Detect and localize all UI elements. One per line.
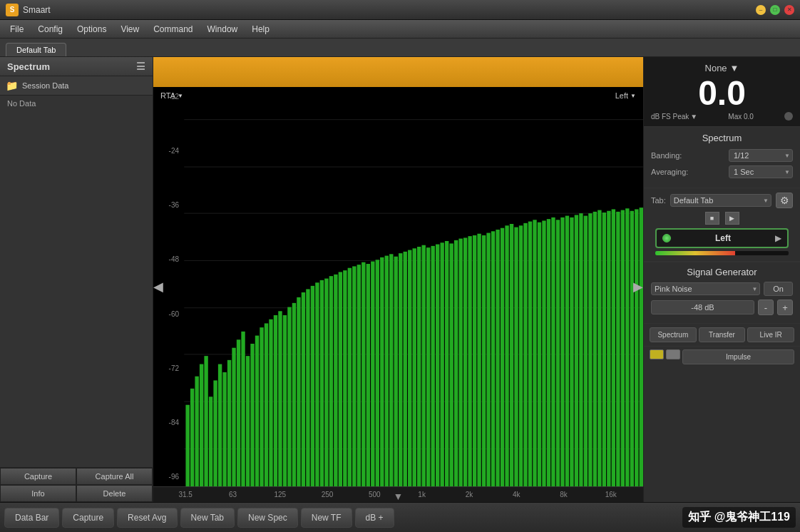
- mode-liveir-button[interactable]: Live IR: [747, 327, 794, 342]
- sig-type-select-wrap[interactable]: Pink Noise: [651, 282, 760, 295]
- capture-all-button[interactable]: Capture All: [76, 468, 153, 485]
- tab-default[interactable]: Default Tab: [6, 43, 66, 56]
- averaging-select-wrap[interactable]: 1 Sec: [729, 165, 793, 178]
- channel-label[interactable]: Left ▼: [615, 91, 636, 100]
- mode-spectrum-button[interactable]: Spectrum: [650, 327, 697, 342]
- left-panel: Spectrum ☰ 📁 Session Data No Data Captur…: [0, 57, 153, 502]
- banding-select[interactable]: 1/12: [729, 149, 793, 162]
- svg-rect-87: [551, 218, 555, 486]
- svg-rect-43: [348, 268, 352, 486]
- menu-help[interactable]: Help: [245, 23, 277, 36]
- level-display: None ▼ 0.0 dB FS Peak ▼ Max 0.0: [644, 57, 800, 127]
- reset-avg-button[interactable]: Reset Avg: [117, 508, 177, 528]
- close-button[interactable]: ✕: [784, 5, 794, 15]
- svg-rect-36: [315, 282, 319, 486]
- spectrum-section-title: Spectrum: [651, 133, 793, 143]
- db-plus-button[interactable]: +: [777, 300, 793, 315]
- delete-button[interactable]: Delete: [76, 485, 153, 502]
- spectrum-settings: Spectrum Banding: 1/12 Averaging: 1 Sec: [644, 127, 800, 188]
- level-indicator: [784, 112, 793, 121]
- maximize-button[interactable]: □: [770, 5, 780, 15]
- data-bar-button[interactable]: Data Bar: [4, 508, 59, 528]
- spectrum-title: Spectrum: [7, 61, 50, 72]
- impulse-button[interactable]: Impulse: [682, 349, 794, 364]
- mode-transfer-button[interactable]: Transfer: [699, 327, 746, 342]
- on-button[interactable]: On: [764, 282, 793, 296]
- svg-rect-63: [440, 242, 443, 486]
- db-plus-toolbar-button[interactable]: dB +: [355, 508, 394, 528]
- bottom-toolbar: Data Bar Capture Reset Avg New Tab New S…: [0, 502, 800, 532]
- new-tf-button[interactable]: New TF: [301, 508, 352, 528]
- svg-rect-92: [575, 215, 578, 486]
- channel-strip[interactable]: Left ▶: [655, 228, 789, 248]
- spectrum-menu-icon[interactable]: ☰: [136, 61, 145, 72]
- tab-select-row: Tab: Default Tab ⚙: [651, 193, 793, 208]
- menu-command[interactable]: Command: [146, 23, 200, 36]
- tab-select-label: Tab:: [651, 196, 666, 205]
- center-panel: RTA ▼ Left ▼ ◀ ▶ -12 -24 -36 -48 -60 -72…: [153, 57, 643, 502]
- svg-rect-73: [486, 233, 490, 486]
- scroll-down-arrow[interactable]: ▼: [394, 491, 404, 502]
- svg-rect-24: [260, 327, 263, 486]
- svg-rect-77: [505, 225, 508, 486]
- svg-rect-72: [482, 235, 486, 486]
- spectrum-view: RTA ▼ Left ▼ ◀ ▶ -12 -24 -36 -48 -60 -72…: [153, 87, 643, 486]
- menu-window[interactable]: Window: [200, 23, 245, 36]
- svg-rect-37: [320, 280, 324, 486]
- banding-select-wrap[interactable]: 1/12: [729, 149, 793, 162]
- level-dropdown[interactable]: None ▼: [651, 63, 793, 73]
- spectrum-header: Spectrum ☰: [0, 57, 153, 76]
- session-data-item[interactable]: 📁 Session Data: [0, 76, 153, 96]
- menu-options[interactable]: Options: [70, 23, 113, 36]
- svg-rect-28: [278, 311, 282, 486]
- tab-select[interactable]: Default Tab: [670, 194, 771, 207]
- channel-play-button[interactable]: ▶: [775, 233, 781, 243]
- stop-button[interactable]: ■: [705, 212, 719, 225]
- x-label-7: 4k: [493, 491, 540, 498]
- play-button[interactable]: ▶: [725, 212, 739, 225]
- info-delete-row: Info Delete: [0, 485, 153, 502]
- peak-label: dB FS Peak: [651, 113, 689, 121]
- averaging-select[interactable]: 1 Sec: [729, 165, 793, 178]
- rta-label[interactable]: RTA ▼: [160, 91, 183, 100]
- capture-toolbar-button[interactable]: Capture: [62, 508, 114, 528]
- svg-rect-65: [449, 243, 453, 486]
- menu-file[interactable]: File: [3, 23, 31, 36]
- svg-rect-71: [477, 234, 481, 486]
- svg-rect-33: [302, 292, 305, 486]
- menu-config[interactable]: Config: [31, 23, 70, 36]
- new-spec-button[interactable]: New Spec: [237, 508, 298, 528]
- peak-arrow: ▼: [690, 113, 697, 121]
- svg-rect-27: [274, 315, 277, 486]
- info-button[interactable]: Info: [0, 485, 76, 502]
- menu-view[interactable]: View: [113, 23, 146, 36]
- app-icon: S: [6, 4, 19, 16]
- scroll-right-arrow[interactable]: ▶: [633, 279, 643, 295]
- svg-rect-85: [542, 220, 545, 486]
- svg-rect-16: [222, 372, 226, 486]
- right-panel: None ▼ 0.0 dB FS Peak ▼ Max 0.0 Spectrum…: [643, 57, 800, 502]
- app-title: Smaart: [23, 5, 756, 15]
- svg-rect-62: [436, 245, 439, 486]
- new-tab-button[interactable]: New Tab: [180, 508, 235, 528]
- svg-rect-90: [565, 216, 569, 486]
- x-label-4: 500: [351, 491, 398, 498]
- x-label-5: 1k: [398, 491, 445, 498]
- y-label-7: -96: [156, 473, 179, 481]
- svg-rect-89: [560, 218, 564, 486]
- svg-rect-12: [204, 356, 207, 486]
- gear-button[interactable]: ⚙: [776, 193, 793, 208]
- minimize-button[interactable]: –: [756, 5, 766, 15]
- svg-rect-91: [570, 218, 573, 486]
- svg-rect-83: [533, 220, 536, 486]
- capture-button[interactable]: Capture: [0, 468, 76, 485]
- tab-section: Tab: Default Tab ⚙ ■ ▶ Left ▶: [644, 188, 800, 262]
- svg-rect-30: [287, 307, 291, 486]
- svg-rect-9: [190, 389, 194, 486]
- peak-dropdown[interactable]: dB FS Peak ▼: [651, 113, 697, 121]
- sig-type-select[interactable]: Pink Noise: [651, 282, 760, 295]
- db-minus-button[interactable]: -: [758, 300, 774, 315]
- x-label-3: 250: [304, 491, 351, 498]
- tab-select-wrap[interactable]: Default Tab: [670, 194, 771, 207]
- scroll-left-arrow[interactable]: ◀: [153, 279, 163, 295]
